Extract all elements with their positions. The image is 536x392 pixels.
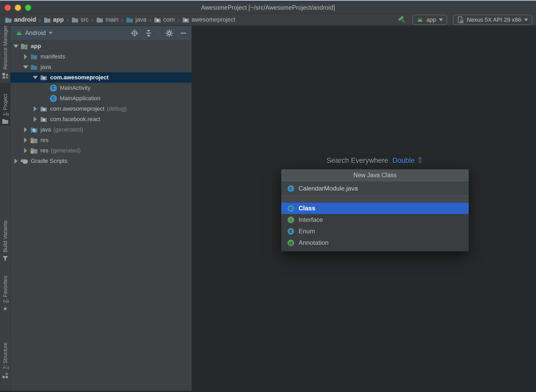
tree-item-gradle-scripts[interactable]: Gradle Scripts: [10, 156, 191, 166]
tree-item-manifests[interactable]: manifests: [10, 51, 191, 62]
breadcrumb-item-src[interactable]: src: [71, 16, 89, 23]
android-head-icon: [16, 31, 22, 35]
tree-item-mainapplication[interactable]: CMainApplication: [10, 93, 191, 104]
tree-item-icon: [40, 106, 48, 112]
device-phone-icon: [457, 16, 464, 23]
tree-item-icon: [30, 147, 38, 154]
toolbar-right: app Nexus 5X API 29 x86: [398, 15, 532, 25]
ide-window: AwesomeProject [~/src/AwesomeProject/and…: [0, 0, 536, 392]
popup-option-interface[interactable]: IInterface: [281, 214, 469, 225]
android-head-icon: [417, 17, 423, 22]
class-icon: C: [50, 95, 57, 102]
build-hammer-button[interactable]: [398, 15, 407, 24]
resource-manager-icon: [2, 72, 9, 79]
twisty-collapsed-icon[interactable]: [11, 156, 20, 166]
breadcrumb-label: android: [14, 16, 36, 23]
tree-item-label: java: [40, 126, 51, 133]
device-phone-icon: [457, 16, 464, 23]
sidebar-item-structure[interactable]: 7: Structure: [0, 326, 10, 380]
twisty-expanded-icon[interactable]: [11, 41, 20, 51]
popup-option-label: Interface: [299, 216, 323, 223]
class-icon: C: [288, 205, 294, 212]
tree-item-res[interactable]: res(generated): [10, 145, 191, 156]
tree-item-res[interactable]: res: [10, 135, 191, 145]
run-configuration-select[interactable]: app: [412, 15, 447, 25]
tree-item-label: java: [40, 64, 51, 70]
breadcrumb-label: main: [106, 16, 119, 23]
header-divider: [159, 29, 159, 37]
breadcrumb-item-java[interactable]: java: [126, 16, 146, 23]
minimize-window-button[interactable]: [15, 5, 21, 11]
res-folder-icon: [30, 147, 38, 154]
breadcrumb-separator: ›: [121, 16, 124, 23]
twisty-collapsed-icon[interactable]: [21, 51, 30, 62]
popup-option-enum[interactable]: EEnum: [281, 225, 469, 237]
gear-icon[interactable]: [165, 29, 173, 37]
minus-icon: [179, 29, 187, 37]
twisty-collapsed-icon[interactable]: [31, 104, 40, 114]
project-view-selector[interactable]: Android: [25, 29, 46, 37]
tree-item-mainactivity[interactable]: CMainActivity: [10, 83, 191, 93]
tree-item-com.facebook.react[interactable]: com.facebook.react: [10, 114, 191, 124]
popup-option-label: Enum: [299, 228, 315, 235]
close-window-button[interactable]: [5, 5, 11, 11]
sidebar-item-resource-manager[interactable]: Resource Manager: [0, 32, 10, 81]
tree-item-com.awesomeproject[interactable]: com.awesomeproject(debug): [10, 104, 191, 114]
breadcrumb-label: app: [53, 16, 64, 23]
tree-item-label: MainActivity: [60, 85, 90, 91]
tree-item-com.awesomeproject[interactable]: com.awesomeproject: [10, 72, 191, 83]
hint-text: Search Everywhere: [327, 157, 388, 164]
tree-item-icon: [30, 127, 38, 133]
twisty-collapsed-icon[interactable]: [31, 114, 40, 124]
tree-item-icon: C: [49, 95, 57, 102]
locate-file-icon[interactable]: [131, 29, 138, 37]
popup-option-annotation[interactable]: @Annotation: [281, 237, 469, 248]
breadcrumb-item-main[interactable]: main: [96, 16, 119, 23]
package-folder-icon: [40, 116, 47, 122]
twisty-expanded-icon[interactable]: [31, 72, 40, 83]
breadcrumb-label: com: [163, 16, 174, 23]
project-icon: [2, 118, 9, 124]
tree-item-label: res: [40, 147, 49, 154]
breadcrumb-item-awesomeproject[interactable]: awesomeproject: [182, 16, 235, 23]
tree-item-icon: [30, 54, 38, 60]
class-name-input[interactable]: C CalendarModule.java: [281, 181, 469, 196]
tree-item-app[interactable]: app: [10, 41, 191, 51]
tree-item-java[interactable]: java(generated): [10, 124, 191, 135]
sidebar-item-build-variants[interactable]: Build Variants: [0, 218, 10, 263]
sidebar-item-favorites[interactable]: ★2: Favorites: [0, 273, 10, 313]
collapse-all-icon[interactable]: [145, 29, 153, 37]
android-head-icon: [16, 31, 22, 35]
source-folder-icon: [126, 17, 133, 23]
locate-file-icon: [131, 29, 138, 37]
window-title: AwesomeProject [~/src/AwesomeProject/and…: [201, 4, 335, 11]
breadcrumb-item-app[interactable]: app: [44, 16, 64, 23]
gear-icon: [165, 29, 173, 37]
folder-icon: [96, 17, 103, 23]
traffic-lights: [5, 2, 31, 14]
hammer-icon: [398, 15, 407, 24]
android-head-icon: [417, 17, 423, 22]
breadcrumb: android›app›src›main›java›com›awesomepro…: [5, 16, 235, 23]
twisty-collapsed-icon[interactable]: [21, 124, 30, 135]
breadcrumb-item-com[interactable]: com: [154, 16, 174, 23]
tree-item-icon: [40, 75, 48, 80]
breadcrumb-label: src: [81, 16, 89, 23]
twisty-spacer: [40, 83, 49, 93]
twisty-expanded-icon[interactable]: [21, 62, 30, 72]
breadcrumb-item-android[interactable]: android: [5, 16, 36, 23]
tree-item-label: com.awesomeproject: [50, 74, 109, 81]
twisty-collapsed-icon[interactable]: [21, 135, 30, 145]
hide-panel-icon[interactable]: [179, 29, 187, 37]
chevron-down-icon[interactable]: [49, 32, 53, 34]
device-select[interactable]: Nexus 5X API 29 x86: [453, 15, 532, 25]
twisty-collapsed-icon[interactable]: [21, 145, 30, 156]
sidebar-item-project[interactable]: 1: Project: [0, 83, 10, 126]
source-folder-icon: [30, 64, 38, 70]
zoom-window-button[interactable]: [25, 5, 31, 11]
popup-option-class[interactable]: CClass: [281, 203, 469, 214]
sidebar-item-label: 7: Structure: [2, 342, 8, 369]
tree-item-label: res: [40, 137, 49, 144]
tree-item-java[interactable]: java: [10, 62, 191, 72]
annotation-icon: @: [288, 240, 294, 246]
